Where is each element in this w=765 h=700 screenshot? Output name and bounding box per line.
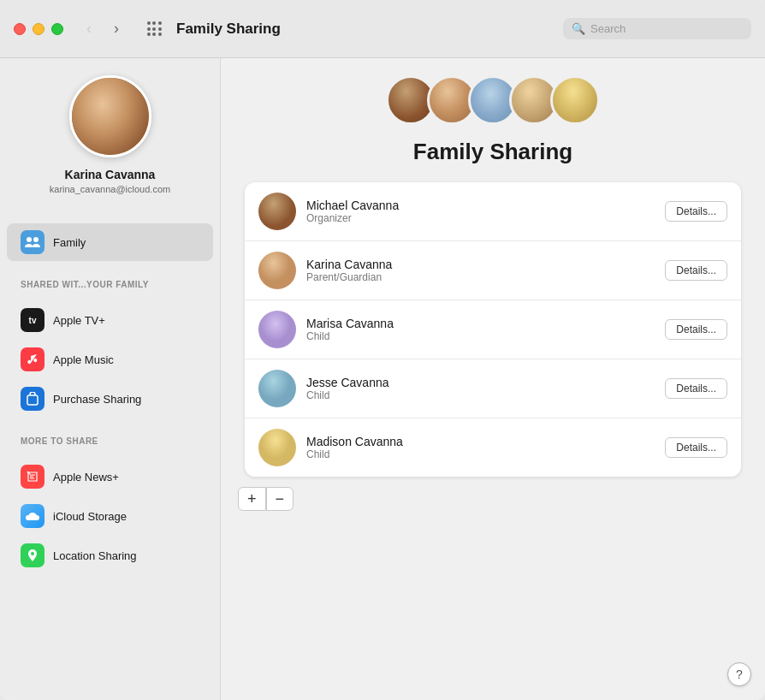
sidebar-item-appletv[interactable]: tv Apple TV+ — [7, 301, 213, 339]
family-icon — [21, 230, 44, 254]
sidebar-item-purchase[interactable]: Purchase Sharing — [7, 380, 213, 418]
content-area: Karina Cavanna karina_cavanna@icloud.com… — [0, 58, 765, 700]
table-row: Michael Cavanna Organizer Details... — [245, 182, 741, 241]
svg-rect-2 — [27, 395, 38, 405]
sidebar: Karina Cavanna karina_cavanna@icloud.com… — [0, 58, 221, 700]
user-email: karina_cavanna@icloud.com — [50, 184, 170, 194]
family-member-list: Michael Cavanna Organizer Details... Kar… — [245, 182, 741, 477]
sidebar-item-applenews-label: Apple News+ — [53, 471, 119, 483]
search-icon: 🔍 — [572, 22, 585, 35]
close-button[interactable] — [14, 23, 26, 35]
member-info-4: Madison Cavanna Child — [306, 435, 665, 460]
icloud-icon — [21, 504, 44, 528]
member-avatar-4 — [258, 429, 296, 466]
sidebar-item-applemusic[interactable]: Apple Music — [7, 341, 213, 378]
details-button-2[interactable]: Details... — [665, 319, 727, 340]
member-info-2: Marisa Cavanna Child — [306, 317, 665, 342]
sidebar-item-appletv-label: Apple TV+ — [53, 314, 105, 327]
grid-icon — [147, 21, 162, 36]
member-avatar-3 — [258, 370, 296, 407]
details-button-4[interactable]: Details... — [665, 437, 727, 458]
svg-point-4 — [31, 552, 34, 555]
table-row: Marisa Cavanna Child Details... — [245, 300, 741, 359]
family-avatar-5 — [550, 75, 600, 125]
appletv-icon: tv — [21, 308, 44, 332]
window-title: Family Sharing — [176, 21, 563, 38]
titlebar: ‹ › Family Sharing 🔍 — [0, 0, 765, 58]
member-name-1: Karina Cavanna — [306, 258, 665, 271]
member-role-4: Child — [306, 448, 665, 460]
sidebar-item-applemusic-label: Apple Music — [53, 353, 114, 366]
applenews-icon — [21, 465, 44, 489]
sidebar-item-family[interactable]: Family — [7, 223, 213, 261]
svg-point-1 — [33, 237, 39, 242]
location-icon — [21, 543, 44, 567]
svg-point-0 — [27, 237, 32, 242]
user-name: Karina Cavanna — [65, 168, 156, 181]
details-button-3[interactable]: Details... — [665, 378, 727, 399]
shared-section-header: SHARED WIT...YOUR FAMILY — [0, 270, 220, 293]
more-section-header: MORE TO SHARE — [0, 426, 220, 449]
member-name-2: Marisa Cavanna — [306, 317, 665, 330]
traffic-lights — [14, 23, 63, 35]
forward-button[interactable]: › — [104, 17, 128, 41]
shared-section: tv Apple TV+ Apple Music — [0, 293, 220, 426]
help-button[interactable]: ? — [727, 662, 751, 686]
page-title: Family Sharing — [413, 139, 572, 165]
member-info-3: Jesse Cavanna Child — [306, 376, 665, 401]
member-avatar-1 — [258, 252, 296, 289]
user-avatar — [69, 75, 151, 157]
sidebar-item-purchase-label: Purchase Sharing — [53, 393, 141, 406]
details-button-0[interactable]: Details... — [665, 201, 727, 222]
member-name-4: Madison Cavanna — [306, 435, 665, 448]
applemusic-icon — [21, 347, 44, 371]
member-name-3: Jesse Cavanna — [306, 376, 665, 389]
member-role-0: Organizer — [306, 212, 665, 224]
more-section: Apple News+ iCloud Storage — [0, 449, 220, 583]
sidebar-item-location[interactable]: Location Sharing — [7, 537, 213, 574]
sidebar-item-family-label: Family — [53, 236, 86, 249]
maximize-button[interactable] — [51, 23, 63, 35]
search-bar[interactable]: 🔍 — [563, 18, 751, 39]
table-row: Madison Cavanna Child Details... — [245, 418, 741, 477]
member-info-0: Michael Cavanna Organizer — [306, 199, 665, 224]
minimize-button[interactable] — [33, 23, 44, 35]
svg-point-3 — [34, 515, 39, 520]
member-role-2: Child — [306, 330, 665, 342]
list-actions: + − — [238, 487, 294, 511]
member-name-0: Michael Cavanna — [306, 199, 665, 212]
purchase-icon — [21, 387, 44, 411]
sidebar-main-section: Family — [0, 215, 220, 270]
nav-buttons: ‹ › — [77, 17, 128, 41]
sidebar-item-location-label: Location Sharing — [53, 549, 137, 562]
member-info-1: Karina Cavanna Parent/Guardian — [306, 258, 665, 283]
sidebar-item-icloud-label: iCloud Storage — [53, 510, 127, 523]
table-row: Jesse Cavanna Child Details... — [245, 359, 741, 418]
add-member-button[interactable]: + — [238, 487, 266, 511]
member-avatar-0 — [258, 193, 296, 230]
app-window: ‹ › Family Sharing 🔍 Karina Cavanna — [0, 0, 765, 700]
remove-member-button[interactable]: − — [266, 487, 294, 511]
member-role-1: Parent/Guardian — [306, 271, 665, 283]
family-avatars — [386, 75, 600, 125]
member-avatar-2 — [258, 311, 296, 348]
member-role-3: Child — [306, 389, 665, 401]
sidebar-item-icloud[interactable]: iCloud Storage — [7, 497, 213, 535]
user-avatar-image — [72, 75, 149, 157]
sidebar-item-applenews[interactable]: Apple News+ — [7, 458, 213, 495]
back-button[interactable]: ‹ — [77, 17, 101, 41]
grid-view-button[interactable] — [142, 17, 166, 41]
details-button-1[interactable]: Details... — [665, 260, 727, 281]
main-content: Family Sharing Michael Cavanna Organizer… — [221, 58, 765, 700]
search-input[interactable] — [590, 22, 743, 35]
table-row: Karina Cavanna Parent/Guardian Details..… — [245, 241, 741, 300]
user-profile: Karina Cavanna karina_cavanna@icloud.com — [0, 75, 220, 215]
